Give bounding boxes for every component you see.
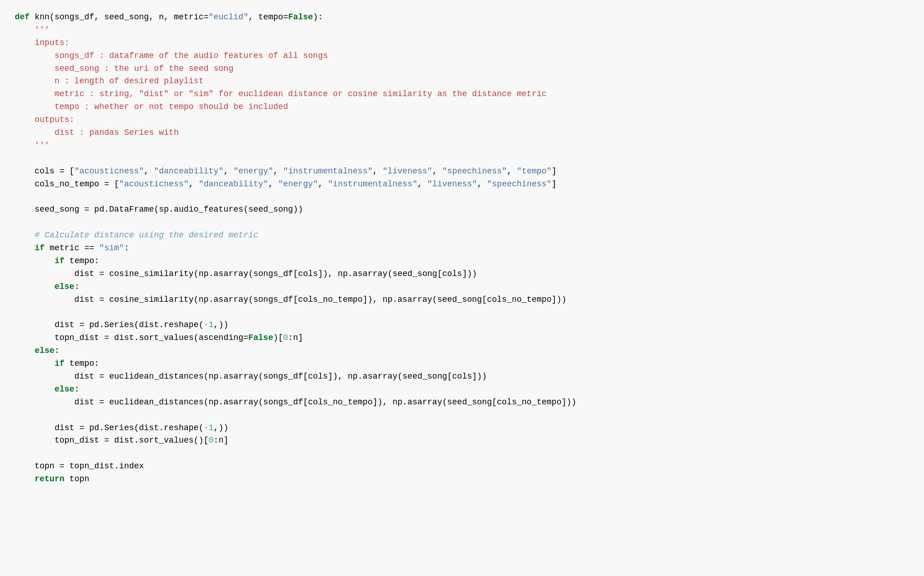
code-container: def knn(songs_df, seed_song, n, metric="…	[0, 0, 924, 576]
code-block: def knn(songs_df, seed_song, n, metric="…	[15, 11, 909, 486]
